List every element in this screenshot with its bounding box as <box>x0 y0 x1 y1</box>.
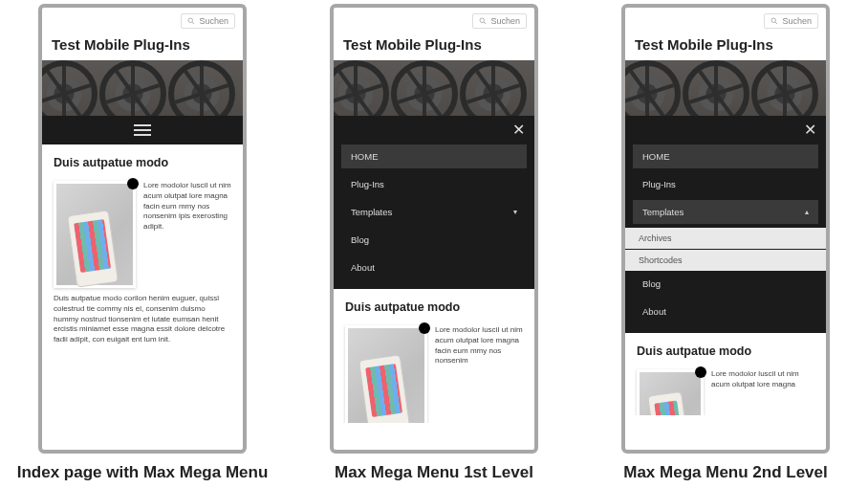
screenshot-menu-level1: Suchen Test Mobile Plug-Ins ✕ HOME Plug-… <box>330 4 538 454</box>
svg-point-0 <box>188 18 193 23</box>
search-icon <box>770 17 778 25</box>
nav-bar <box>42 116 243 144</box>
article-thumbnail <box>345 325 427 423</box>
search-input[interactable]: Suchen <box>181 13 235 29</box>
hero-image <box>625 60 826 116</box>
hero-image <box>42 60 243 116</box>
article: Duis autpatue modo Lore modolor lusciI u… <box>334 289 534 423</box>
svg-line-3 <box>484 22 486 24</box>
search-input[interactable]: Suchen <box>472 13 527 29</box>
hamburger-icon[interactable] <box>134 124 151 136</box>
search-placeholder: Suchen <box>199 16 228 26</box>
caption: Index page with Max Mega Menu <box>17 463 269 482</box>
article-thumbnail <box>54 181 136 288</box>
dot-icon <box>127 178 139 189</box>
search-icon <box>479 17 487 25</box>
article-heading: Duis autpatue modo <box>637 344 814 358</box>
article: Duis autpatue modo Lore modolor lusciI u… <box>625 333 826 415</box>
article: Duis autpatue modo Lore modolor lusciI u… <box>42 144 243 401</box>
article-text-more: Duis autpatue modo corilon henim euguer,… <box>54 294 231 345</box>
article-text: Lore modolor lusciI ut nim acum olutpat … <box>435 325 523 423</box>
top-bar: Suchen <box>42 8 243 33</box>
chevron-up-icon: ▴ <box>805 208 809 216</box>
close-icon[interactable]: ✕ <box>804 122 816 138</box>
svg-line-1 <box>192 22 194 24</box>
dot-icon <box>695 366 706 378</box>
svg-point-2 <box>480 18 485 23</box>
menu-item-templates[interactable]: Templates▴ <box>633 200 818 224</box>
chevron-down-icon: ▾ <box>513 208 517 216</box>
menu-item-about[interactable]: About <box>633 299 818 323</box>
search-placeholder: Suchen <box>782 16 812 26</box>
menu-item-home[interactable]: HOME <box>633 144 818 168</box>
top-bar: Suchen <box>625 8 826 33</box>
site-title: Test Mobile Plug-Ins <box>42 33 243 60</box>
svg-point-4 <box>771 18 776 23</box>
search-input[interactable]: Suchen <box>764 13 818 29</box>
menu-item-home[interactable]: HOME <box>341 144 527 168</box>
article-text: Lore modolor lusciI ut nim acum olutpat … <box>711 369 814 415</box>
screenshot-index: Suchen Test Mobile Plug-Ins Duis autpatu… <box>38 4 247 454</box>
svg-line-5 <box>775 22 777 24</box>
caption: Max Mega Menu 1st Level <box>335 463 533 482</box>
menu-item-templates[interactable]: Templates▾ <box>341 200 527 224</box>
submenu-item-archives[interactable]: Archives <box>625 228 826 249</box>
site-title: Test Mobile Plug-Ins <box>625 33 826 60</box>
search-icon <box>187 17 195 25</box>
menu-item-blog[interactable]: Blog <box>633 272 818 296</box>
close-icon[interactable]: ✕ <box>512 122 525 138</box>
article-thumbnail <box>637 369 704 415</box>
article-heading: Duis autpatue modo <box>54 156 231 169</box>
caption: Max Mega Menu 2nd Level <box>623 463 828 482</box>
dot-icon <box>419 322 430 334</box>
menu-item-about[interactable]: About <box>341 255 527 279</box>
submenu-item-shortcodes[interactable]: Shortcodes <box>625 250 826 271</box>
mega-menu: ✕ HOME Plug-Ins Templates▴ Archives Shor… <box>625 116 826 333</box>
top-bar: Suchen <box>334 8 534 33</box>
menu-item-blog[interactable]: Blog <box>341 228 527 252</box>
hero-image <box>334 60 534 116</box>
screenshot-menu-level2: Suchen Test Mobile Plug-Ins ✕ HOME Plug-… <box>621 4 830 454</box>
menu-item-plugins[interactable]: Plug-Ins <box>341 172 527 196</box>
mega-menu: ✕ HOME Plug-Ins Templates▾ Blog About <box>334 116 534 289</box>
menu-item-plugins[interactable]: Plug-Ins <box>633 172 818 196</box>
site-title: Test Mobile Plug-Ins <box>334 33 534 60</box>
article-text: Lore modolor lusciI ut nim acum olutpat … <box>143 181 231 288</box>
article-heading: Duis autpatue modo <box>345 300 523 314</box>
search-placeholder: Suchen <box>490 16 520 26</box>
